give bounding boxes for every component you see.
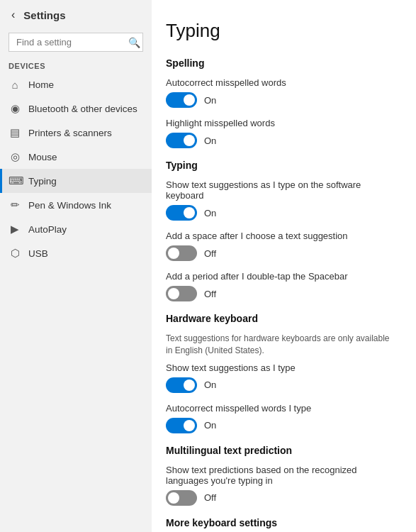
toggle-period_after[interactable] xyxy=(166,286,197,301)
sidebar-item-label-home: Home xyxy=(28,79,54,90)
toggle-row-space_after: Off xyxy=(166,245,395,261)
sidebar-item-usb[interactable]: ⬡USB xyxy=(0,241,152,265)
section-header-hardware_keyboard: Hardware keyboard xyxy=(166,313,395,324)
section-header-more_keyboard: More keyboard settings xyxy=(166,517,395,528)
toggle-state-text_suggestions_hardware: On xyxy=(204,379,216,390)
sidebar-section-devices: Devices xyxy=(0,57,152,73)
sidebar-item-label-autoplay: AutoPlay xyxy=(28,224,67,235)
section-header-spelling: Spelling xyxy=(166,57,395,69)
toggle-row-text_suggestions_software: On xyxy=(166,205,395,221)
autoplay-icon: ▶ xyxy=(9,223,21,235)
toggle-row-autocorrect_hardware: On xyxy=(166,418,395,433)
section-multilingual: Multilingual text predictionShow text pr… xyxy=(166,445,395,506)
section-header-multilingual: Multilingual text prediction xyxy=(166,445,395,456)
toggle-state-highlight: On xyxy=(204,135,216,146)
sidebar-item-label-pen: Pen & Windows Ink xyxy=(28,200,111,211)
toggle-state-autocorrect_hardware: On xyxy=(204,420,216,431)
back-button[interactable]: ‹ xyxy=(9,7,18,23)
toggle-row-highlight: On xyxy=(166,133,395,148)
setting-item-autocorrect: Autocorrect misspelled wordsOn xyxy=(166,77,395,108)
setting-label-highlight: Highlight misspelled words xyxy=(166,118,395,128)
nav-list: ⌂Home◉Bluetooth & other devices▤Printers… xyxy=(0,73,152,265)
toggle-state-space_after: Off xyxy=(204,248,216,259)
toggle-space_after[interactable] xyxy=(166,245,197,261)
toggle-highlight[interactable] xyxy=(166,133,197,148)
toggle-autocorrect[interactable] xyxy=(166,92,197,108)
setting-label-text_suggestions_software: Show text suggestions as I type on the s… xyxy=(166,179,395,201)
sidebar-item-home[interactable]: ⌂Home xyxy=(0,73,152,96)
sections-container: SpellingAutocorrect misspelled wordsOnHi… xyxy=(166,57,395,532)
sidebar: ‹ Settings 🔍 Devices ⌂Home◉Bluetooth & o… xyxy=(0,0,152,532)
search-input[interactable] xyxy=(9,33,143,52)
toggle-row-period_after: Off xyxy=(166,286,395,301)
setting-item-multilingual_predictions: Show text predictions based on the recog… xyxy=(166,465,395,506)
search-box-container: 🔍 xyxy=(9,33,143,52)
sidebar-item-label-usb: USB xyxy=(28,248,48,259)
sidebar-item-label-bluetooth: Bluetooth & other devices xyxy=(28,104,137,114)
sidebar-item-autoplay[interactable]: ▶AutoPlay xyxy=(0,217,152,241)
pen-icon: ✏ xyxy=(9,199,21,211)
typing-icon: ⌨ xyxy=(9,174,21,187)
sidebar-header: ‹ Settings xyxy=(0,0,152,30)
setting-label-text_suggestions_hardware: Show text suggestions as I type xyxy=(166,362,395,373)
section-header-typing: Typing xyxy=(166,160,395,171)
toggle-text_suggestions_hardware[interactable] xyxy=(166,377,197,393)
toggle-state-autocorrect: On xyxy=(204,95,216,106)
toggle-state-multilingual_predictions: Off xyxy=(204,492,216,503)
setting-item-period_after: Add a period after I double-tap the Spac… xyxy=(166,271,395,301)
section-more_keyboard: More keyboard settingsAdvanced keyboard … xyxy=(166,517,395,532)
sidebar-item-printers[interactable]: ▤Printers & scanners xyxy=(0,121,152,145)
setting-label-autocorrect_hardware: Autocorrect misspelled words I type xyxy=(166,403,395,414)
setting-label-space_after: Add a space after I choose a text sugges… xyxy=(166,231,395,241)
main-content: Typing SpellingAutocorrect misspelled wo… xyxy=(152,0,416,532)
usb-icon: ⬡ xyxy=(9,247,21,260)
sidebar-item-bluetooth[interactable]: ◉Bluetooth & other devices xyxy=(0,96,152,121)
page-title: Typing xyxy=(166,20,395,42)
sidebar-item-mouse[interactable]: ◎Mouse xyxy=(0,145,152,169)
sidebar-item-typing[interactable]: ⌨Typing xyxy=(0,169,152,193)
sidebar-item-pen[interactable]: ✏Pen & Windows Ink xyxy=(0,193,152,217)
section-spelling: SpellingAutocorrect misspelled wordsOnHi… xyxy=(166,57,395,148)
toggle-text_suggestions_software[interactable] xyxy=(166,205,197,221)
setting-label-period_after: Add a period after I double-tap the Spac… xyxy=(166,271,395,282)
sidebar-title: Settings xyxy=(23,9,65,21)
section-typing: TypingShow text suggestions as I type on… xyxy=(166,160,395,301)
toggle-multilingual_predictions[interactable] xyxy=(166,490,197,506)
setting-item-text_suggestions_software: Show text suggestions as I type on the s… xyxy=(166,179,395,221)
toggle-row-autocorrect: On xyxy=(166,92,395,108)
toggle-row-multilingual_predictions: Off xyxy=(166,490,395,506)
setting-item-autocorrect_hardware: Autocorrect misspelled words I typeOn xyxy=(166,403,395,433)
section-hardware_keyboard: Hardware keyboardText suggestions for ha… xyxy=(166,313,395,433)
sidebar-item-label-typing: Typing xyxy=(28,176,57,187)
bluetooth-icon: ◉ xyxy=(9,102,21,115)
home-icon: ⌂ xyxy=(9,79,21,91)
sidebar-item-label-printers: Printers & scanners xyxy=(28,128,112,138)
search-icon[interactable]: 🔍 xyxy=(128,37,140,48)
setting-item-space_after: Add a space after I choose a text sugges… xyxy=(166,231,395,261)
sidebar-item-label-mouse: Mouse xyxy=(28,152,57,162)
toggle-row-text_suggestions_hardware: On xyxy=(166,377,395,393)
section-desc-hardware_keyboard: Text suggestions for hardware keyboards … xyxy=(166,333,395,357)
toggle-autocorrect_hardware[interactable] xyxy=(166,418,197,433)
toggle-state-period_after: Off xyxy=(204,289,216,299)
setting-label-multilingual_predictions: Show text predictions based on the recog… xyxy=(166,465,395,486)
setting-item-text_suggestions_hardware: Show text suggestions as I typeOn xyxy=(166,362,395,393)
printers-icon: ▤ xyxy=(9,126,21,139)
setting-label-autocorrect: Autocorrect misspelled words xyxy=(166,77,395,88)
setting-item-highlight: Highlight misspelled wordsOn xyxy=(166,118,395,148)
toggle-state-text_suggestions_software: On xyxy=(204,208,216,218)
mouse-icon: ◎ xyxy=(9,150,21,163)
